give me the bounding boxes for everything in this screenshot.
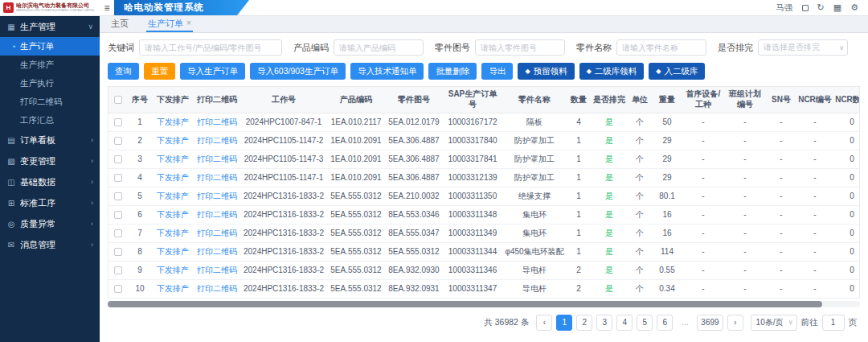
row-checkbox[interactable] — [114, 174, 122, 182]
sidebar-group[interactable]: ✉消息管理› — [0, 234, 100, 255]
next-page-button[interactable]: › — [727, 315, 743, 331]
product-code-input[interactable] — [334, 39, 424, 56]
scrollbar-thumb[interactable] — [108, 301, 822, 307]
print-qrcode-link[interactable]: 打印二维码 — [197, 247, 237, 256]
sidebar-collapse-icon[interactable]: ≡ — [100, 0, 114, 15]
print-qrcode-link[interactable]: 打印二维码 — [197, 284, 237, 293]
page-ellipsis: ... — [677, 315, 693, 331]
query-button[interactable]: 查询 — [108, 63, 139, 80]
sn-cell: - — [766, 242, 796, 261]
sidebar-subitem[interactable]: 工序汇总 — [0, 111, 100, 130]
row-checkbox[interactable] — [114, 211, 122, 219]
close-icon[interactable]: × — [186, 19, 191, 27]
dispatch-cell: 下发排产 — [152, 261, 194, 279]
row-checkbox[interactable] — [114, 118, 122, 126]
horizontal-scrollbar[interactable] — [108, 301, 860, 307]
row-checkbox[interactable] — [114, 229, 122, 237]
sidebar-group[interactable]: ▧变更管理› — [0, 150, 100, 171]
select-all-cell — [108, 87, 128, 113]
dispatch-link[interactable]: 下发排产 — [157, 247, 189, 256]
print-qrcode-link[interactable]: 打印二维码 — [197, 155, 237, 163]
row-checkbox[interactable] — [114, 285, 122, 293]
print-qrcode-link[interactable]: 打印二维码 — [197, 210, 237, 219]
sidebar-subitem[interactable]: 生产排产 — [0, 56, 100, 74]
scheduled-select[interactable]: 请选择是否排完∨ — [758, 39, 848, 56]
dispatch-link[interactable]: 下发排产 — [157, 155, 189, 163]
sidebar-group-label: 标准工序 — [20, 197, 87, 209]
tab-active[interactable]: 生产订单× — [146, 16, 193, 32]
product-code-cell: 1EA.010.2117 — [327, 113, 385, 131]
dispatch-link[interactable]: 下发排产 — [157, 117, 189, 126]
first-device-cell: - — [682, 205, 724, 224]
page-button[interactable]: 5 — [637, 315, 653, 331]
sidebar-group[interactable]: ◎质量异常› — [0, 213, 100, 234]
row-checkbox[interactable] — [114, 192, 122, 200]
team-plan-no-cell: - — [724, 150, 766, 168]
batch-delete-button[interactable]: 批量删除 — [428, 63, 477, 80]
part-name-input[interactable] — [616, 39, 706, 56]
settings-icon[interactable]: ⚙ — [850, 3, 858, 12]
page-button[interactable]: 6 — [657, 315, 673, 331]
tab-label: 生产订单 — [148, 18, 183, 30]
grid-icon[interactable]: ▦ — [833, 3, 841, 12]
tab-home[interactable]: 主页 — [109, 16, 130, 32]
page-button[interactable]: 2 — [576, 315, 592, 331]
reserve-material-button[interactable]: ◆预留领料 — [518, 63, 574, 80]
active-dot: • — [13, 43, 20, 51]
fullscreen-icon[interactable] — [802, 5, 809, 11]
dispatch-link[interactable]: 下发排产 — [157, 192, 189, 200]
seq-cell: 7 — [128, 224, 152, 242]
dispatch-link[interactable]: 下发排产 — [157, 229, 189, 237]
import-tech-notice-button[interactable]: 导入技术通知单 — [350, 63, 424, 80]
select-all-checkbox[interactable] — [114, 96, 122, 104]
into-secondary-warehouse-button[interactable]: ◆入二级库 — [649, 63, 705, 80]
sidebar-group[interactable]: ▦生产管理∨ — [0, 16, 100, 37]
reset-button[interactable]: 重置 — [144, 63, 175, 80]
row-checkbox[interactable] — [114, 266, 122, 274]
scheduled-flag: 是 — [605, 266, 613, 274]
print-qrcode-link[interactable]: 打印二维码 — [197, 229, 237, 237]
user-name[interactable]: 马强 — [776, 2, 793, 14]
print-qrcode-link[interactable]: 打印二维码 — [197, 266, 237, 274]
keyword-input[interactable] — [139, 39, 282, 56]
page-button[interactable]: 4 — [616, 315, 633, 331]
print-qrcode-link[interactable]: 打印二维码 — [197, 173, 237, 182]
sn-cell: - — [766, 168, 796, 187]
sidebar-subitem[interactable]: 打印二维码 — [0, 93, 100, 111]
print-qrcode-link[interactable]: 打印二维码 — [197, 192, 237, 200]
sidebar-group[interactable]: ◫基础数据› — [0, 171, 100, 192]
sidebar-group[interactable]: ⊞标准工序› — [0, 192, 100, 213]
row-checkbox[interactable] — [114, 248, 122, 256]
part-drawing-no-input[interactable] — [475, 39, 565, 56]
ncr-qty-cell: 0 — [833, 187, 860, 205]
dispatch-link[interactable]: 下发排产 — [157, 210, 189, 219]
page-button[interactable]: 3 — [596, 315, 612, 331]
import-production-order-button[interactable]: 导入生产订单 — [180, 63, 245, 80]
toolbar: 查询重置导入生产订单导入603/903生产订单导入技术通知单批量删除导出◆预留领… — [100, 60, 868, 86]
page-button[interactable]: 3699 — [697, 315, 723, 331]
row-checkbox[interactable] — [114, 155, 122, 163]
export-button[interactable]: 导出 — [481, 63, 513, 80]
sidebar-group[interactable]: ▤订单看板› — [0, 130, 100, 150]
page-button[interactable]: 1 — [556, 315, 572, 331]
dispatch-link[interactable]: 下发排产 — [157, 173, 189, 182]
dispatch-link[interactable]: 下发排产 — [157, 266, 189, 274]
goto-page-input[interactable] — [822, 315, 845, 331]
print-qrcode-link[interactable]: 打印二维码 — [197, 117, 237, 126]
refresh-icon[interactable]: ↻ — [817, 3, 825, 12]
page-size-select[interactable]: 10条/页 ∨ — [751, 315, 797, 331]
secondary-warehouse-picking-button[interactable]: ◆二级库领料 — [579, 63, 645, 80]
row-checkbox[interactable] — [114, 137, 122, 145]
column-header: 零件名称 — [502, 87, 567, 113]
dispatch-cell: 下发排产 — [152, 113, 194, 131]
sidebar-subitem[interactable]: 生产执行 — [0, 74, 100, 93]
dispatch-link[interactable]: 下发排产 — [157, 136, 189, 145]
print-qrcode-link[interactable]: 打印二维码 — [197, 136, 237, 145]
sidebar-subitem[interactable]: •生产订单 — [0, 37, 100, 56]
row-checkbox-cell — [108, 131, 128, 150]
prev-page-button[interactable]: ‹ — [536, 315, 552, 331]
dispatch-link[interactable]: 下发排产 — [157, 284, 189, 293]
weight-cell: 0.55 — [652, 261, 682, 279]
first-device-cell: - — [682, 261, 724, 279]
import-603-903-order-button[interactable]: 导入603/903生产订单 — [250, 63, 346, 80]
